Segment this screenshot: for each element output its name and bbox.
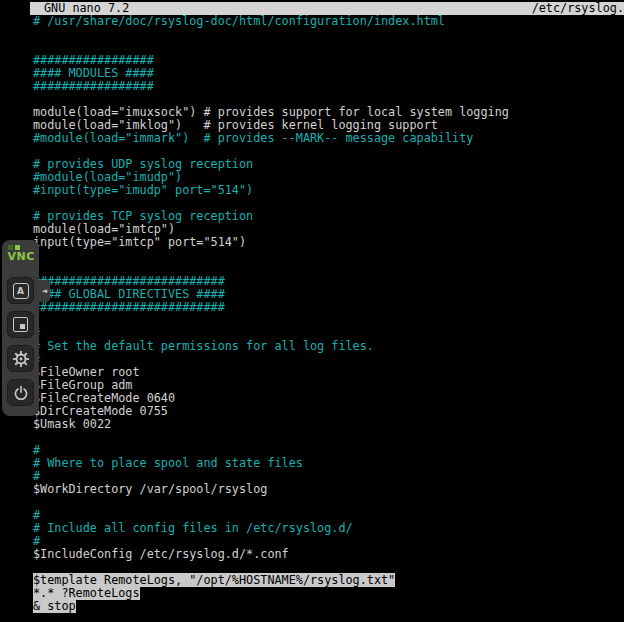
terminal-line: #input(type="imudp" port="514") — [33, 184, 624, 197]
nano-editor[interactable]: GNU nano 7.2 /etc/rsyslog. # /usr/share/… — [30, 2, 624, 622]
novnc-control-bar: VNC A — [2, 240, 39, 416]
terminal-line: #module(load="immark") # provides --MARK… — [33, 132, 624, 145]
terminal-line: ########################### — [33, 301, 624, 314]
terminal-line — [33, 496, 624, 509]
terminal-line: input(type="imtcp" port="514") — [33, 236, 624, 249]
nano-filename: /etc/rsyslog. — [532, 2, 624, 15]
terminal-line: $IncludeConfig /etc/rsyslog.d/*.conf — [33, 548, 624, 561]
fullscreen-button[interactable] — [7, 311, 34, 338]
terminal-text-area: # /usr/share/doc/rsyslog-doc/html/config… — [30, 15, 624, 613]
terminal-line: # Include all config files in /etc/rsysl… — [33, 522, 624, 535]
power-button[interactable] — [7, 379, 34, 406]
terminal-line: # Where to place spool and state files — [33, 457, 624, 470]
keyboard-icon: A — [13, 283, 29, 299]
terminal-line: $DirCreateMode 0755 — [33, 405, 624, 418]
novnc-logo[interactable]: VNC — [6, 245, 36, 273]
novnc-logo-text: VNC — [6, 250, 36, 264]
keyboard-button[interactable]: A — [7, 277, 34, 304]
terminal-line — [33, 314, 624, 327]
power-icon — [13, 385, 29, 401]
terminal-line: # Set the default permissions for all lo… — [33, 340, 624, 353]
terminal-line: # /usr/share/doc/rsyslog-doc/html/config… — [33, 15, 624, 28]
terminal-line: & stop — [33, 600, 624, 613]
terminal-line: *.* ?RemoteLogs — [33, 587, 624, 600]
vnc-screen: GNU nano 7.2 /etc/rsyslog. # /usr/share/… — [0, 0, 624, 622]
chevron-left-icon: ◄ — [42, 287, 47, 295]
terminal-line — [33, 431, 624, 444]
fullscreen-icon — [13, 317, 28, 332]
terminal-line — [33, 28, 624, 41]
toolbar-collapse-handle[interactable]: ◄ — [39, 280, 50, 302]
settings-button[interactable] — [7, 345, 34, 372]
terminal-line: ################# — [33, 80, 624, 93]
gear-icon — [12, 350, 30, 368]
terminal-line: $WorkDirectory /var/spool/rsyslog — [33, 483, 624, 496]
terminal-line: $Umask 0022 — [33, 418, 624, 431]
terminal-line — [33, 249, 624, 262]
